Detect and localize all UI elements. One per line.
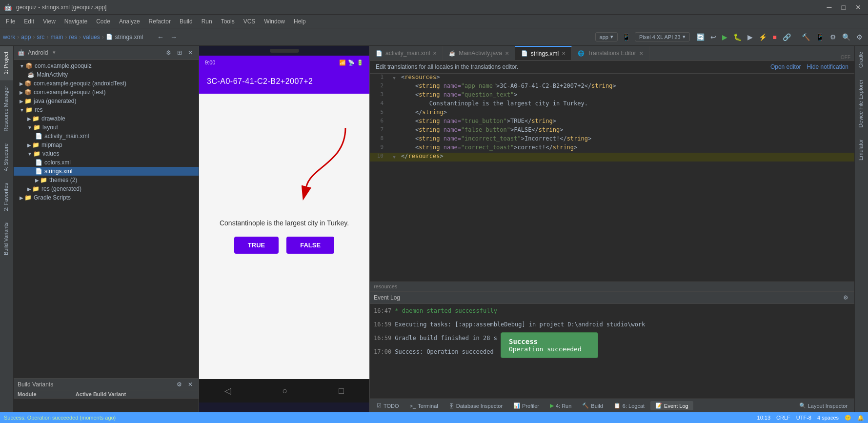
bottom-tab-build[interactable]: 🔨 Build bbox=[577, 401, 607, 410]
debug-btn[interactable]: 🐛 bbox=[731, 32, 744, 42]
forward-btn[interactable]: → bbox=[168, 32, 180, 42]
tree-arrow-test[interactable]: ▶ bbox=[20, 90, 23, 95]
sdk-btn[interactable]: ⚙ bbox=[828, 32, 839, 42]
attach-debugger-btn[interactable]: 🔗 bbox=[780, 32, 793, 42]
minimize-btn[interactable]: ─ bbox=[824, 2, 835, 12]
phone-recents-btn[interactable]: □ bbox=[339, 386, 344, 396]
tree-item-res-generated[interactable]: ▶ 📁 res (generated) bbox=[14, 184, 199, 193]
tree-item-layout[interactable]: ▼ 📁 layout bbox=[14, 123, 199, 132]
sidebar-tab-gradle[interactable]: Gradle bbox=[855, 46, 868, 74]
tree-item-gradle-scripts[interactable]: ▶ 📁 Gradle Scripts bbox=[14, 193, 199, 202]
tab-close-strings[interactable]: ✕ bbox=[562, 51, 565, 56]
breadcrumb-work[interactable]: work bbox=[3, 34, 15, 40]
tab-close-translations[interactable]: ✕ bbox=[639, 51, 643, 56]
tree-arrow-themes[interactable]: ▶ bbox=[35, 178, 39, 183]
sidebar-tab-resource-manager[interactable]: Resource Manager bbox=[0, 80, 13, 138]
tree-arrow-java-gen[interactable]: ▶ bbox=[20, 99, 23, 104]
bottom-tab-todo[interactable]: ☑ TODO bbox=[372, 401, 404, 410]
breadcrumb-values[interactable]: values bbox=[83, 34, 100, 40]
tree-item-geoquiz[interactable]: ▼ 📦 com.example.geoquiz bbox=[14, 61, 199, 70]
sidebar-tab-device-file-explorer[interactable]: Device File Explorer bbox=[855, 74, 868, 133]
tree-arrow-drawable[interactable]: ▶ bbox=[27, 116, 31, 121]
profile-btn[interactable]: ⚡ bbox=[756, 32, 769, 42]
breadcrumb-app[interactable]: app bbox=[21, 34, 31, 40]
bv-settings-btn[interactable]: ⚙ bbox=[175, 380, 184, 389]
code-editor[interactable]: 1 ▼ <resources> 2 <string name="app_name… bbox=[370, 74, 854, 282]
sidebar-tab-structure[interactable]: 4: Structure bbox=[0, 138, 13, 177]
bottom-tab-run[interactable]: ▶ 4: Run bbox=[545, 401, 576, 410]
phone-false-btn[interactable]: FALSE bbox=[286, 237, 334, 254]
avd-btn[interactable]: 📱 bbox=[813, 32, 827, 42]
panel-gear-btn[interactable]: ⚙ bbox=[164, 48, 173, 57]
android-dropdown-icon[interactable]: ▾ bbox=[53, 49, 56, 56]
tree-item-drawable[interactable]: ▶ 📁 drawable bbox=[14, 114, 199, 123]
tree-item-activity-main[interactable]: 📄 activity_main.xml bbox=[14, 132, 199, 141]
tree-item-themes[interactable]: ▶ 📁 themes (2) bbox=[14, 176, 199, 184]
sidebar-tab-emulator[interactable]: Emulator bbox=[855, 133, 868, 166]
tab-strings-xml[interactable]: 📄 strings.xml ✕ bbox=[515, 46, 572, 60]
sync-btn[interactable]: 🔄 bbox=[694, 32, 707, 42]
bottom-tab-layout-inspector[interactable]: 🔍 Layout Inspector bbox=[794, 401, 852, 410]
close-btn[interactable]: ✕ bbox=[852, 2, 864, 12]
sidebar-tab-favorites[interactable]: 2: Favorites bbox=[0, 177, 13, 217]
menu-vcs[interactable]: VCS bbox=[240, 17, 260, 26]
menu-window[interactable]: Window bbox=[260, 17, 289, 26]
menu-navigate[interactable]: Navigate bbox=[61, 17, 91, 26]
menu-edit[interactable]: Edit bbox=[20, 17, 38, 26]
tab-mainactivity[interactable]: ☕ MainActivity.java ✕ bbox=[443, 46, 515, 60]
menu-tools[interactable]: Tools bbox=[217, 17, 239, 26]
menu-help[interactable]: Help bbox=[290, 17, 310, 26]
open-editor-link[interactable]: Open editor bbox=[770, 63, 801, 70]
maximize-btn[interactable]: □ bbox=[839, 2, 848, 12]
tree-arrow-androidtest[interactable]: ▶ bbox=[20, 81, 23, 86]
tree-item-strings-xml[interactable]: 📄 strings.xml bbox=[14, 167, 199, 176]
fold-icon-1[interactable]: ▼ bbox=[393, 76, 395, 81]
menu-refactor[interactable]: Refactor bbox=[145, 17, 175, 26]
tree-item-mipmap[interactable]: ▶ 📁 mipmap bbox=[14, 141, 199, 149]
phone-back-btn[interactable]: ◁ bbox=[224, 385, 231, 396]
tree-item-res[interactable]: ▼ 📁 res bbox=[14, 105, 199, 114]
breadcrumb-main[interactable]: main bbox=[50, 34, 63, 40]
tree-item-colors-xml[interactable]: 📄 colors.xml bbox=[14, 158, 199, 167]
build-btn2[interactable]: 🔨 bbox=[799, 32, 812, 42]
sync-back-btn[interactable]: ↩ bbox=[708, 32, 719, 42]
tree-arrow-values[interactable]: ▼ bbox=[27, 151, 32, 157]
tree-arrow-mipmap[interactable]: ▶ bbox=[27, 142, 31, 148]
menu-file[interactable]: File bbox=[2, 17, 19, 26]
panel-close-btn[interactable]: ✕ bbox=[186, 48, 195, 57]
panel-layout-btn[interactable]: ⊞ bbox=[175, 48, 184, 57]
tab-activity-main[interactable]: 📄 activity_main.xml ✕ bbox=[370, 46, 443, 60]
sidebar-tab-build-variants-left[interactable]: Build Variants bbox=[0, 217, 13, 261]
tree-item-values[interactable]: ▼ 📁 values bbox=[14, 149, 199, 158]
breadcrumb-src[interactable]: src bbox=[37, 34, 44, 40]
hide-notification-link[interactable]: Hide notification bbox=[807, 63, 848, 70]
menu-build[interactable]: Build bbox=[176, 17, 197, 26]
device-btn[interactable]: Pixel 4 XL API 23 ▾ bbox=[635, 32, 690, 41]
menu-run[interactable]: Run bbox=[198, 17, 216, 26]
tab-close-mainactivity[interactable]: ✕ bbox=[505, 51, 509, 56]
sidebar-tab-project[interactable]: 1: Project bbox=[0, 46, 13, 80]
back-btn[interactable]: ← bbox=[155, 32, 166, 42]
settings-btn[interactable]: ⚙ bbox=[854, 32, 865, 42]
fold-icon-10[interactable]: ▼ bbox=[393, 155, 395, 160]
event-log-settings-btn[interactable]: ⚙ bbox=[841, 293, 850, 302]
run-config-btn[interactable]: app ▾ bbox=[595, 32, 618, 41]
bottom-tab-terminal[interactable]: >_ Terminal bbox=[405, 402, 443, 410]
breadcrumb-res[interactable]: res bbox=[69, 34, 77, 40]
run-with-coverage-btn[interactable]: ▶ bbox=[745, 32, 755, 42]
bottom-tab-logcat[interactable]: 📋 6: Logcat bbox=[609, 401, 649, 410]
menu-view[interactable]: View bbox=[39, 17, 60, 26]
phone-home-btn[interactable]: ○ bbox=[283, 386, 288, 396]
run-btn[interactable]: ▶ bbox=[720, 32, 730, 42]
stop-btn[interactable]: ■ bbox=[770, 32, 779, 42]
phone-true-btn[interactable]: TRUE bbox=[234, 237, 279, 254]
tab-close-activity[interactable]: ✕ bbox=[433, 51, 437, 56]
bv-close-btn[interactable]: ✕ bbox=[186, 380, 195, 389]
bottom-tab-db-inspector[interactable]: 🗄 Database Inspector bbox=[444, 402, 507, 410]
tree-item-androidtest[interactable]: ▶ 📦 com.example.geoquiz (androidTest) bbox=[14, 79, 199, 88]
tree-arrow-layout[interactable]: ▼ bbox=[27, 125, 32, 130]
bottom-tab-event-log[interactable]: 📝 Event Log bbox=[650, 401, 693, 410]
target-device-btn[interactable]: 📱 bbox=[620, 32, 633, 42]
menu-code[interactable]: Code bbox=[92, 17, 114, 26]
menu-analyze[interactable]: Analyze bbox=[115, 17, 144, 26]
